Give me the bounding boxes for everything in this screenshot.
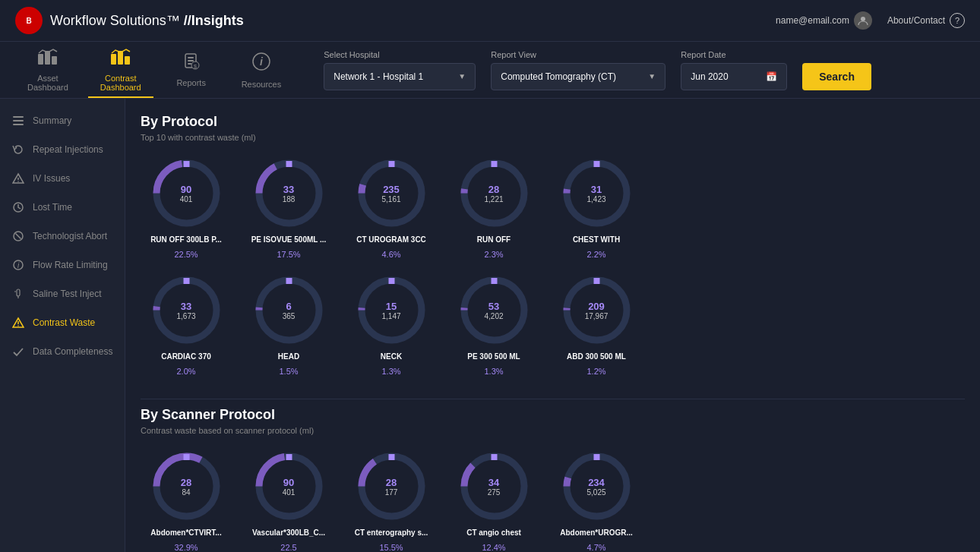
donut-center: 6 365 bbox=[283, 301, 296, 320]
svg-text:$: $ bbox=[194, 64, 197, 69]
by-protocol-section: By Protocol Top 10 with contrast waste (… bbox=[141, 114, 965, 376]
report-view-select[interactable]: Computed Tomography (CT) ▼ bbox=[491, 63, 665, 90]
donut-center: 209 17,967 bbox=[585, 301, 609, 320]
chart-label: RUN OFF 300LB P... bbox=[150, 235, 222, 244]
svg-rect-39 bbox=[286, 161, 292, 167]
donut-bottom-value: 4,202 bbox=[484, 312, 503, 320]
sidebar-item-lost-time[interactable]: Lost Time bbox=[0, 193, 125, 222]
chart-item: 34 275 CT angio chest 12.4% bbox=[448, 450, 539, 552]
chart-percent: 1.3% bbox=[381, 367, 400, 376]
user-info: name@email.com bbox=[776, 11, 872, 30]
by-scanner-protocol-title: By Scanner Protocol bbox=[141, 407, 965, 423]
svg-rect-10 bbox=[188, 57, 194, 58]
donut-bottom-value: 1,221 bbox=[484, 195, 503, 203]
donut-top-value: 31 bbox=[586, 184, 605, 195]
chart-label: PE ISOVUE 500ML ... bbox=[251, 235, 327, 244]
donut-top-value: 234 bbox=[586, 477, 605, 488]
technologist-abort-icon bbox=[11, 229, 25, 243]
donut-top-value: 6 bbox=[283, 301, 296, 312]
donut-center: 53 4,202 bbox=[484, 301, 503, 320]
hospital-select[interactable]: Network 1 - Hospital 1 ▼ bbox=[324, 63, 476, 90]
donut-bottom-value: 17,967 bbox=[585, 312, 609, 320]
donut-container: 209 17,967 bbox=[561, 274, 633, 346]
nav-resources[interactable]: i Resources bbox=[229, 45, 294, 95]
logo-area: B Workflow Solutions™ //Insights bbox=[15, 7, 244, 34]
nav-contrast-dashboard[interactable]: ContrastDashboard bbox=[88, 42, 153, 98]
nav-resources-label: Resources bbox=[242, 80, 282, 89]
by-protocol-subtitle: Top 10 with contrast waste (ml) bbox=[141, 133, 965, 142]
hospital-dropdown-arrow: ▼ bbox=[458, 72, 466, 80]
lost-time-icon bbox=[11, 200, 25, 214]
chart-percent: 1.5% bbox=[279, 367, 298, 376]
nav-asset-dashboard[interactable]: Asset Dashboard bbox=[15, 42, 81, 98]
donut-container: 34 275 bbox=[458, 450, 530, 522]
user-email: name@email.com bbox=[776, 15, 849, 26]
svg-line-25 bbox=[16, 234, 21, 239]
saline-test-inject-icon bbox=[11, 287, 25, 301]
header: B Workflow Solutions™ //Insights name@em… bbox=[0, 0, 980, 42]
chart-item: 90 401 Vascular*300LB_C... 22.5 bbox=[243, 450, 334, 552]
nav-reports-label: Reports bbox=[176, 78, 206, 87]
help-icon: ? bbox=[950, 13, 965, 28]
donut-top-value: 33 bbox=[283, 184, 296, 195]
donut-bottom-value: 84 bbox=[181, 488, 191, 497]
chart-label: CT UROGRAM 3CC bbox=[356, 235, 426, 244]
sidebar-item-contrast-waste[interactable]: Contrast Waste bbox=[0, 308, 125, 337]
contrast-dashboard-icon bbox=[110, 48, 131, 71]
svg-rect-18 bbox=[13, 120, 24, 121]
contrast-waste-icon bbox=[11, 316, 25, 330]
donut-top-value: 235 bbox=[381, 184, 400, 195]
report-view-control: Report View Computed Tomography (CT) ▼ bbox=[491, 50, 665, 90]
chart-label: Abdomen*CTVIRT... bbox=[150, 528, 221, 537]
user-icon[interactable] bbox=[854, 11, 872, 30]
donut-center: 234 5,025 bbox=[586, 477, 605, 497]
svg-rect-3 bbox=[38, 54, 43, 65]
svg-rect-12 bbox=[188, 63, 191, 65]
sidebar-item-data-completeness[interactable]: Data Completeness bbox=[0, 337, 125, 366]
by-scanner-protocol-subtitle: Contrast waste based on scanner protocol… bbox=[141, 426, 965, 435]
donut-top-value: 15 bbox=[381, 301, 400, 312]
chart-label: CHEST WITH bbox=[573, 235, 620, 244]
chart-item: 31 1,423 CHEST WITH 2.2% bbox=[551, 157, 642, 259]
chart-item: 33 188 PE ISOVUE 500ML ... 17.5% bbox=[243, 157, 334, 259]
svg-text:i: i bbox=[17, 261, 20, 270]
sidebar-item-iv-issues[interactable]: IV Issues bbox=[0, 164, 125, 193]
sidebar-item-repeat-injections[interactable]: Repeat Injections bbox=[0, 135, 125, 164]
asset-dashboard-icon bbox=[37, 48, 58, 71]
about-contact-link[interactable]: About/Contact ? bbox=[887, 13, 965, 28]
by-protocol-title: By Protocol bbox=[141, 114, 965, 130]
svg-rect-75 bbox=[491, 454, 497, 460]
chart-percent: 2.0% bbox=[176, 367, 195, 376]
donut-container: 33 188 bbox=[253, 157, 325, 229]
chart-item: 90 401 RUN OFF 300LB P... 22.5% bbox=[141, 157, 232, 259]
report-date-label: Report Date bbox=[681, 50, 787, 59]
donut-top-value: 33 bbox=[176, 301, 195, 312]
app-title: Workflow Solutions™ //Insights bbox=[50, 13, 244, 29]
sidebar-item-summary[interactable]: Summary bbox=[0, 106, 125, 135]
sidebar-item-saline-test-inject[interactable]: Saline Test Inject bbox=[0, 279, 125, 308]
sidebar-item-technologist-abort[interactable]: Technologist Abort bbox=[0, 222, 125, 251]
chart-percent: 22.5 bbox=[280, 543, 296, 552]
nav-reports[interactable]: $ Reports bbox=[161, 46, 222, 93]
chart-percent: 32.9% bbox=[174, 543, 198, 552]
donut-bottom-value: 188 bbox=[283, 195, 296, 203]
by-protocol-charts-row1: 90 401 RUN OFF 300LB P... 22.5% 33 188 P… bbox=[141, 157, 965, 259]
donut-bottom-value: 177 bbox=[385, 488, 398, 497]
sidebar-item-flow-rate-limiting[interactable]: i Flow Rate Limiting bbox=[0, 251, 125, 279]
svg-rect-8 bbox=[125, 56, 130, 65]
chart-percent: 2.2% bbox=[586, 250, 605, 259]
report-date-input[interactable]: Jun 2020 📅 bbox=[681, 63, 787, 90]
donut-center: 28 84 bbox=[181, 477, 191, 497]
donut-bottom-value: 401 bbox=[180, 195, 193, 203]
search-button[interactable]: Search bbox=[802, 63, 871, 90]
report-view-label: Report View bbox=[491, 50, 665, 59]
donut-container: 90 401 bbox=[253, 450, 325, 522]
nav-controls: Select Hospital Network 1 - Hospital 1 ▼… bbox=[324, 50, 965, 90]
report-date-control: Report Date Jun 2020 📅 bbox=[681, 50, 787, 90]
donut-container: 6 365 bbox=[253, 274, 325, 346]
donut-center: 90 401 bbox=[283, 477, 296, 497]
donut-top-value: 90 bbox=[180, 184, 193, 195]
by-protocol-charts-row2: 33 1,673 CARDIAC 370 2.0% 6 365 HEAD 1.5… bbox=[141, 274, 965, 376]
svg-rect-63 bbox=[593, 278, 599, 284]
donut-bottom-value: 1,147 bbox=[381, 312, 400, 320]
